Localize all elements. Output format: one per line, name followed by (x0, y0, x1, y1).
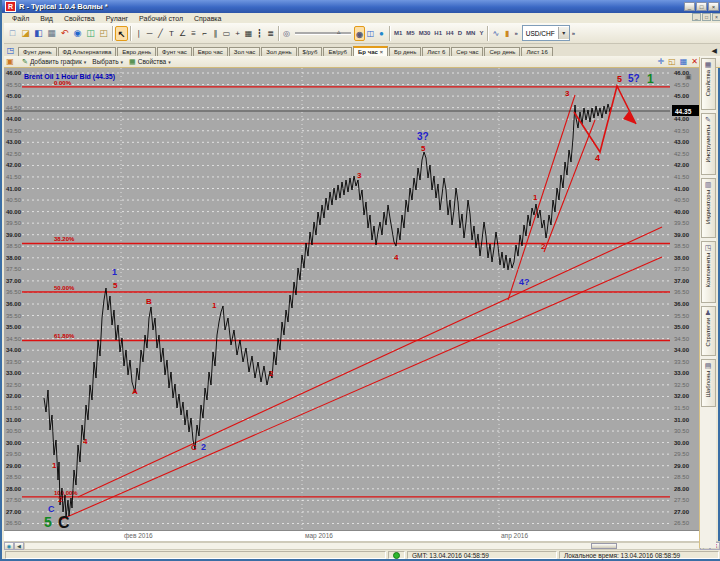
toolbar-overflow-button[interactable]: » (512, 30, 519, 36)
timeframe-m30-button[interactable]: M30 (417, 30, 433, 36)
chart-tab-11[interactable]: Лист 6 (422, 47, 450, 56)
tab-scroll-left-icon[interactable]: ◀ (712, 47, 717, 55)
sidebar-tab-0[interactable]: ▦Свойства (701, 58, 716, 110)
help-globe-icon[interactable]: ◉ (71, 26, 84, 41)
channel-tool[interactable]: ≡ (188, 26, 199, 41)
chart-tab-5[interactable]: Зол час (229, 47, 260, 56)
globe-view-icon[interactable]: ● (376, 26, 387, 41)
rectangle-tool[interactable]: ▭ (221, 26, 232, 41)
sidebar-tab-1[interactable]: ✎Инструменты (701, 113, 716, 175)
connection-globe-icon[interactable]: ◉ (4, 542, 14, 550)
menu-item-4[interactable]: Рабочий стол (134, 15, 188, 22)
properties-button[interactable]: ▦Свойства▾ (129, 58, 171, 66)
list-tool[interactable]: ≣ (265, 26, 276, 41)
pin-icon[interactable]: ✛ (657, 57, 664, 67)
chart-corner-icon[interactable]: ▣ (685, 73, 692, 80)
timeframe-mn-button[interactable]: MN (464, 30, 477, 36)
scroll-left-button[interactable]: ◀ (14, 542, 24, 550)
chart-canvas[interactable]: 46.0046.0045.5045.5045.0045.0044.5044.50… (4, 68, 703, 530)
menu-item-5[interactable]: Справка (189, 15, 226, 22)
parallel-lines-tool[interactable]: ∥ (210, 26, 221, 41)
open-folder-icon[interactable]: ◪ (19, 26, 32, 41)
close-button[interactable]: × (708, 2, 719, 11)
wave-label: 3? (417, 131, 429, 142)
pointer-tool[interactable]: ↖ (115, 26, 128, 41)
scrollbar-track[interactable] (24, 542, 700, 550)
select-button[interactable]: Выбрать▾ (92, 58, 123, 65)
zoom-slider-thumb[interactable]: ▵ (337, 28, 341, 36)
chart-tab-0[interactable]: Фунт день (18, 47, 57, 56)
grid-tool[interactable]: ▦ (243, 26, 254, 41)
chart-tab-9[interactable]: Бр час× (353, 46, 388, 56)
text-tool[interactable]: T (166, 26, 177, 41)
scrollbar-thumb[interactable] (591, 543, 617, 549)
print-icon[interactable]: ▦ (45, 26, 58, 41)
maximize-button[interactable]: □ (696, 2, 707, 11)
timeframe-h1-button[interactable]: H1 (432, 30, 444, 36)
tab-close-icon[interactable]: × (380, 49, 383, 55)
table-view-icon[interactable]: ◫ (365, 26, 376, 41)
chart-tab-2[interactable]: Евро день (117, 47, 156, 56)
mdi-restore-button[interactable]: □ (702, 13, 711, 21)
fibonacci-tool[interactable]: ⌐ (199, 26, 210, 41)
timeframe-m1-button[interactable]: M1 (392, 30, 404, 36)
timeframe-m5-button[interactable]: M5 (404, 30, 416, 36)
chart-list-icon[interactable]: ▣ (4, 57, 16, 66)
menu-item-1[interactable]: Вид (35, 15, 58, 22)
undo-icon[interactable]: ↶ (58, 26, 71, 41)
bars-pattern-tool[interactable]: ┇ (254, 26, 265, 41)
timeframe-d-button[interactable]: D (456, 30, 464, 36)
menu-item-2[interactable]: Свойства (59, 15, 100, 22)
save-icon[interactable]: ◧ (32, 26, 45, 41)
chart-tab-1[interactable]: ФД Альтернатива (58, 47, 117, 56)
chart-tab-10[interactable]: Бр день (389, 47, 421, 56)
chart-image-icon[interactable]: ◰ (97, 26, 110, 41)
menu-item-3[interactable]: Руланг (101, 15, 133, 22)
timeframe-h4-button[interactable]: H4 (444, 30, 456, 36)
tile-windows-icon[interactable]: ▦ (680, 57, 688, 67)
minimize-button[interactable]: _ (684, 2, 695, 11)
restore-window-icon[interactable]: ◱ (668, 57, 676, 67)
price-tick-left: 32.00 (6, 393, 22, 399)
zoom-out-icon[interactable]: ◎ (281, 26, 292, 41)
mdi-minimize-button[interactable]: _ (692, 13, 701, 21)
sidebar-tab-4[interactable]: ♟Стратегии (701, 306, 716, 356)
sidebar-tab-icon-3: ◳ (705, 244, 712, 252)
chart-tabs-icon[interactable]: ◳ (5, 46, 16, 56)
chart-tab-12[interactable]: Сер час (451, 47, 483, 56)
properties-button-label: Свойства (138, 58, 167, 65)
chart-tab-label: $/руб (303, 49, 318, 55)
zoom-slider[interactable]: ▵ (295, 32, 351, 35)
price-tick-left: 44.50 (6, 105, 22, 111)
toolbar-overflow-button-2[interactable]: » (570, 30, 577, 36)
close-chart-icon[interactable]: ✕ (691, 57, 698, 67)
chart-tab-7[interactable]: $/руб (298, 47, 323, 56)
status-main-cell (5, 551, 386, 559)
chart-tab-3[interactable]: Фунт час (157, 47, 192, 56)
symbol-select[interactable]: USD/CHF▾ (522, 25, 570, 41)
chart-tab-14[interactable]: Лист 16 (521, 47, 552, 56)
line-chart-icon[interactable]: ∿ (490, 26, 501, 41)
add-chart-button[interactable]: ✎Добавить график▾ (22, 58, 86, 66)
menu-item-0[interactable]: Файл (7, 15, 34, 22)
sidebar-tab-2[interactable]: ▥Индикаторы (701, 178, 716, 238)
zoom-in-icon[interactable]: ◉ (354, 26, 365, 41)
trend-line-tool[interactable]: ╱ (155, 26, 166, 41)
sidebar-tab-3[interactable]: ◳Компоненты (701, 241, 716, 303)
chart-tab-8[interactable]: Ев/руб (323, 47, 352, 56)
mdi-close-button[interactable]: × (712, 13, 720, 21)
horizontal-line-tool[interactable]: ─ (144, 26, 155, 41)
new-file-icon[interactable]: □ (6, 26, 19, 41)
chart-tab-label: ФД Альтернатива (63, 49, 112, 55)
timeframe-y-button[interactable]: Y (477, 30, 485, 36)
chart-tab-4[interactable]: Евро час (193, 47, 228, 56)
vertical-line-tool[interactable]: ∣ (133, 26, 144, 41)
crosshair-tool[interactable]: + (232, 26, 243, 41)
bar-chart-icon[interactable]: ▮ (501, 26, 512, 41)
chart-template-icon[interactable]: ◫ (84, 26, 97, 41)
symbol-select-arrow-icon[interactable]: ▾ (558, 27, 569, 39)
angle-tool[interactable]: ∠ (177, 26, 188, 41)
chart-tab-13[interactable]: Сер день (484, 47, 520, 56)
chart-tab-6[interactable]: Зол день (261, 47, 296, 56)
sidebar-tab-5[interactable]: ▤Шаблоны (701, 359, 716, 407)
